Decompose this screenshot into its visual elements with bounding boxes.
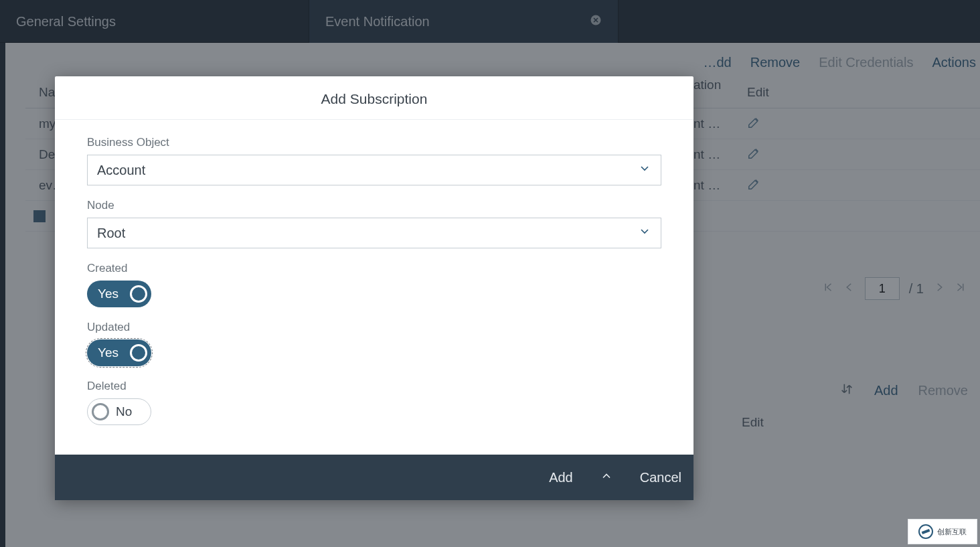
toggle-text: Yes <box>98 287 118 301</box>
dialog-title: Add Subscription <box>55 76 693 120</box>
add-subscription-dialog: Add Subscription Business Object Account… <box>55 76 693 500</box>
brand-text: 创新互联 <box>937 527 967 537</box>
chevron-down-icon <box>638 162 651 179</box>
toggle-knob-icon <box>92 403 109 420</box>
node-select[interactable]: Root <box>87 218 661 248</box>
business-object-value: Account <box>97 163 145 178</box>
business-object-select[interactable]: Account <box>87 155 661 185</box>
brand-logo-icon <box>918 524 933 539</box>
dialog-footer: Add Cancel <box>55 455 693 500</box>
created-toggle[interactable]: Yes <box>87 281 151 307</box>
deleted-toggle[interactable]: No <box>87 398 151 425</box>
node-value: Root <box>97 226 125 241</box>
toggle-knob-icon <box>130 285 147 303</box>
brand-watermark: 创新互联 <box>908 519 977 544</box>
add-button[interactable]: Add <box>549 470 573 485</box>
business-object-label: Business Object <box>87 136 661 149</box>
toggle-text: Yes <box>98 345 118 360</box>
toggle-knob-icon <box>130 344 147 362</box>
cancel-button[interactable]: Cancel <box>640 470 681 485</box>
toggle-text: No <box>116 404 132 419</box>
node-label: Node <box>87 199 661 212</box>
updated-toggle[interactable]: Yes <box>87 339 151 366</box>
chevron-up-icon[interactable] <box>600 469 613 486</box>
created-label: Created <box>87 262 661 275</box>
deleted-label: Deleted <box>87 380 661 393</box>
chevron-down-icon <box>638 225 651 242</box>
updated-label: Updated <box>87 321 661 334</box>
